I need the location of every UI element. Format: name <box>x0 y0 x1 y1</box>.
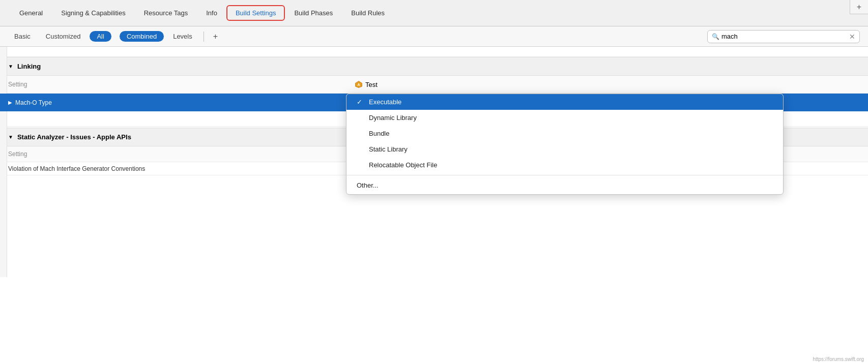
static-analyzer-title: Static Analyzer - Issues - Apple APIs <box>17 133 131 141</box>
expand-arrow-icon: ▶ <box>8 100 12 105</box>
window-add-button[interactable]: + <box>850 0 868 14</box>
dropdown-item-dynamic-library[interactable]: Dynamic Library <box>346 110 783 126</box>
collapse-triangle-icon: ▼ <box>8 64 13 69</box>
tab-resource-tags[interactable]: Resource Tags <box>135 5 197 21</box>
dropdown-item-other[interactable]: Other... <box>346 177 783 194</box>
tab-build-phases[interactable]: Build Phases <box>285 5 342 21</box>
checkmark-icon: ✓ <box>357 98 367 106</box>
search-clear-button[interactable]: ✕ <box>849 33 855 41</box>
toolbar-separator <box>204 32 204 42</box>
customized-button[interactable]: Customized <box>40 31 87 42</box>
dropdown-item-relocatable[interactable]: Relocatable Object File <box>346 157 783 173</box>
tab-signing[interactable]: Signing & Capabilities <box>52 5 134 21</box>
search-box: 🔍 ✕ <box>707 30 860 43</box>
sidebar-strip <box>0 47 7 277</box>
status-bar: https://forums.swift.org <box>808 355 868 363</box>
main-content: ▼ Linking Setting A Test ▶ <box>0 47 868 277</box>
dropdown-divider <box>346 175 783 175</box>
dropdown-item-executable[interactable]: ✓ Executable <box>346 94 783 110</box>
toolbar: Basic Customized All Combined Levels + 🔍… <box>0 26 868 47</box>
search-icon: 🔍 <box>712 33 719 40</box>
basic-button[interactable]: Basic <box>8 31 37 42</box>
dropdown-item-bundle[interactable]: Bundle <box>346 126 783 141</box>
dropdown-item-static-library[interactable]: Static Library <box>346 141 783 157</box>
table-header: Setting A Test <box>0 76 868 94</box>
all-button[interactable]: All <box>90 31 111 42</box>
static-collapse-icon: ▼ <box>8 134 13 140</box>
svg-text:A: A <box>357 82 360 87</box>
static-row-label: Violation of Mach Interface Generator Co… <box>0 163 346 174</box>
mach-o-dropdown: ✓ Executable Dynamic Library Bundle Stat… <box>346 94 784 195</box>
setting-column-header: Setting <box>0 79 346 90</box>
combined-button[interactable]: Combined <box>120 31 164 42</box>
mach-o-setting-label: ▶ Mach-O Type <box>0 97 346 108</box>
mach-o-section: ▶ Mach-O Type Executable ✓ Executable Dy… <box>0 94 868 111</box>
tab-general[interactable]: General <box>10 5 52 21</box>
app-icon: A <box>354 80 363 89</box>
linking-title: Linking <box>17 63 41 70</box>
static-setting-header: Setting <box>0 148 346 160</box>
add-setting-button[interactable]: + <box>209 31 222 42</box>
tab-info[interactable]: Info <box>197 5 226 21</box>
window-plus-icon: + <box>857 3 861 12</box>
levels-button[interactable]: Levels <box>167 31 198 42</box>
search-input[interactable] <box>721 33 849 40</box>
linking-section-header[interactable]: ▼ Linking <box>0 57 868 76</box>
tab-build-rules[interactable]: Build Rules <box>342 5 394 21</box>
test-column-label: Test <box>365 81 378 88</box>
value-column-header: A Test <box>346 78 868 91</box>
top-nav-bar: General Signing & Capabilities Resource … <box>0 0 868 26</box>
tab-build-settings[interactable]: Build Settings <box>226 5 285 21</box>
